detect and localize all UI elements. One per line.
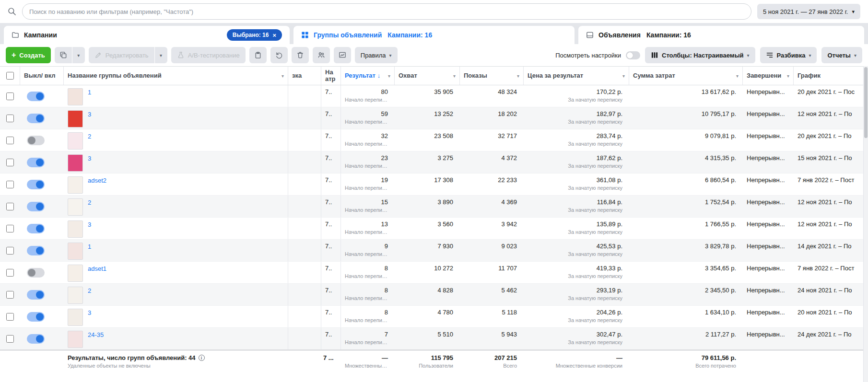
row-toggle[interactable] bbox=[27, 246, 45, 255]
result-value: 15 bbox=[345, 198, 388, 206]
info-icon[interactable]: i bbox=[199, 355, 205, 361]
adset-name-link[interactable]: 2 bbox=[88, 132, 91, 140]
edit-dropdown-button[interactable]: ▾ bbox=[155, 47, 167, 63]
vertical-scrollbar[interactable] bbox=[863, 66, 868, 382]
row-toggle[interactable] bbox=[27, 180, 45, 189]
tab-adsets[interactable]: Группы объявлений Кампании: 16 bbox=[293, 26, 575, 44]
row-checkbox[interactable] bbox=[6, 313, 14, 321]
tab-campaigns[interactable]: Кампании Выбрано: 16 × bbox=[4, 26, 290, 44]
row-checkbox[interactable] bbox=[6, 225, 14, 232]
adset-name-link[interactable]: 3 bbox=[88, 309, 91, 316]
table-row[interactable]: 3 7.. 13 Начало переписк... 3 560 3 942 … bbox=[0, 218, 868, 240]
duplicate-dropdown-button[interactable]: ▾ bbox=[72, 47, 85, 63]
duplicate-button[interactable] bbox=[55, 47, 72, 63]
adset-name-link[interactable]: 1 bbox=[88, 243, 91, 250]
row-toggle[interactable] bbox=[27, 290, 45, 300]
adset-name-link[interactable]: 1 bbox=[88, 88, 91, 96]
audience-button[interactable] bbox=[313, 47, 330, 63]
impressions-cell: 5 462 bbox=[460, 284, 524, 305]
reach-cell: 17 308 bbox=[395, 174, 460, 195]
create-button[interactable]: + Создать bbox=[6, 47, 51, 63]
row-toggle[interactable] bbox=[27, 114, 45, 123]
header-impressions-label: Показы bbox=[464, 72, 487, 79]
table-row[interactable]: 3 7.. 59 Начало переписк... 13 252 18 20… bbox=[0, 107, 868, 129]
reach-value: 13 252 bbox=[399, 110, 453, 117]
header-amount-spent[interactable]: Сумма затрат ▾ bbox=[629, 67, 743, 85]
table-row[interactable]: 24-35 7.. 7 Начало переписк... 5 510 5 9… bbox=[0, 328, 868, 350]
row-toggle-cell bbox=[20, 240, 64, 261]
date-range-selector[interactable]: 5 ноя 2021 г. — 27 янв 2022 г. ▾ bbox=[757, 4, 860, 19]
edit-button[interactable]: Редактировать bbox=[89, 47, 154, 63]
header-cost-per-result[interactable]: Цена за результат ▾ bbox=[524, 67, 629, 85]
row-checkbox[interactable] bbox=[6, 203, 14, 210]
scrollbar-thumb[interactable] bbox=[864, 67, 868, 138]
table-row[interactable]: 3 7.. 23 Начало переписк... 3 275 4 372 … bbox=[0, 151, 868, 174]
amount-spent-value: 6 860,54 р. bbox=[633, 176, 736, 184]
adset-name-link[interactable]: 3 bbox=[88, 110, 91, 118]
delete-button[interactable] bbox=[292, 47, 309, 63]
search-input[interactable] bbox=[29, 8, 744, 15]
ab-test-button[interactable]: A/B-тестирование bbox=[171, 47, 246, 63]
adset-name-link[interactable]: 3 bbox=[88, 154, 91, 162]
adset-name-link[interactable]: 24-35 bbox=[88, 331, 104, 338]
table-row[interactable]: 1 7.. 9 Начало переписк... 7 930 9 023 4… bbox=[0, 240, 868, 262]
header-attribution[interactable]: На атр bbox=[321, 67, 341, 85]
row-toggle[interactable] bbox=[27, 136, 45, 145]
ad-thumbnail bbox=[68, 309, 83, 326]
reports-button-label: Отчеты bbox=[827, 52, 851, 59]
result-type: Начало переписк... bbox=[345, 207, 388, 213]
header-result[interactable]: Результат ↓ ▾ bbox=[341, 67, 395, 85]
row-toggle[interactable] bbox=[27, 334, 45, 344]
row-toggle[interactable] bbox=[27, 224, 45, 233]
adset-name-link[interactable]: adset1 bbox=[88, 265, 106, 272]
columns-button[interactable]: Столбцы: Настраиваемый ▾ bbox=[645, 47, 755, 63]
close-icon[interactable]: × bbox=[272, 32, 276, 38]
selected-campaigns-badge[interactable]: Выбрано: 16 × bbox=[227, 29, 282, 41]
view-charts-button[interactable] bbox=[334, 47, 351, 63]
header-reach[interactable]: Охват ▾ bbox=[395, 67, 460, 85]
reports-button[interactable]: Отчеты ▾ bbox=[821, 47, 862, 63]
row-checkbox[interactable] bbox=[6, 137, 14, 144]
delivery-cell bbox=[288, 129, 321, 151]
undo-button[interactable] bbox=[270, 47, 288, 63]
clipboard-button[interactable] bbox=[249, 47, 267, 63]
row-toggle[interactable] bbox=[27, 202, 45, 211]
table-row[interactable]: adset1 7.. 8 Начало переписк... 10 272 1… bbox=[0, 262, 868, 284]
header-ends[interactable]: Завершени ▾ bbox=[743, 67, 794, 85]
tab-ads[interactable]: Объявления Кампании: 16 bbox=[578, 26, 864, 44]
adset-name-link[interactable]: 2 bbox=[88, 198, 91, 206]
header-delivery[interactable]: зка bbox=[288, 67, 321, 85]
header-adset-name[interactable]: Название группы объявлений ▾ bbox=[64, 67, 288, 85]
table-row[interactable]: 1 7.. 80 Начало переписк... 35 905 48 32… bbox=[0, 85, 868, 107]
row-toggle[interactable] bbox=[27, 92, 45, 101]
table-row[interactable]: 2 7.. 32 Начало переписк... 23 508 32 71… bbox=[0, 129, 868, 151]
result-cell: 59 Начало переписк... bbox=[341, 107, 395, 129]
adset-name-link[interactable]: 3 bbox=[88, 220, 91, 228]
row-checkbox[interactable] bbox=[6, 269, 14, 277]
table-row[interactable]: 2 7.. 15 Начало переписк... 3 890 4 369 … bbox=[0, 196, 868, 218]
rules-button[interactable]: Правила ▾ bbox=[355, 47, 398, 63]
table-row[interactable]: 3 7.. 8 Начало переписк... 4 780 5 118 2… bbox=[0, 306, 868, 328]
row-checkbox[interactable] bbox=[6, 93, 14, 100]
row-toggle[interactable] bbox=[27, 312, 45, 322]
select-all-checkbox[interactable] bbox=[6, 72, 14, 80]
row-toggle[interactable] bbox=[27, 268, 45, 278]
breakdown-button[interactable]: Разбивка ▾ bbox=[760, 47, 817, 63]
ends-cell: Непрерывн... bbox=[743, 129, 794, 151]
view-settings-toggle[interactable] bbox=[626, 51, 640, 59]
adset-name-link[interactable]: 2 bbox=[88, 287, 91, 294]
table-row[interactable]: 2 7.. 8 Начало переписк... 4 828 5 462 2… bbox=[0, 284, 868, 306]
row-checkbox[interactable] bbox=[6, 291, 14, 299]
row-checkbox[interactable] bbox=[6, 181, 14, 188]
header-schedule[interactable]: График bbox=[794, 67, 868, 85]
row-checkbox[interactable] bbox=[6, 335, 14, 343]
adset-name-link[interactable]: adset2 bbox=[88, 176, 106, 184]
header-impressions[interactable]: Показы ▾ bbox=[460, 67, 524, 85]
row-toggle-cell bbox=[20, 328, 64, 349]
schedule-cell: 12 ноя 2021 г. – По bbox=[794, 107, 868, 129]
row-checkbox[interactable] bbox=[6, 247, 14, 255]
table-row[interactable]: adset2 7.. 19 Начало переписк... 17 308 … bbox=[0, 174, 868, 196]
row-checkbox[interactable] bbox=[6, 159, 14, 166]
row-checkbox[interactable] bbox=[6, 115, 14, 122]
row-toggle[interactable] bbox=[27, 158, 45, 167]
